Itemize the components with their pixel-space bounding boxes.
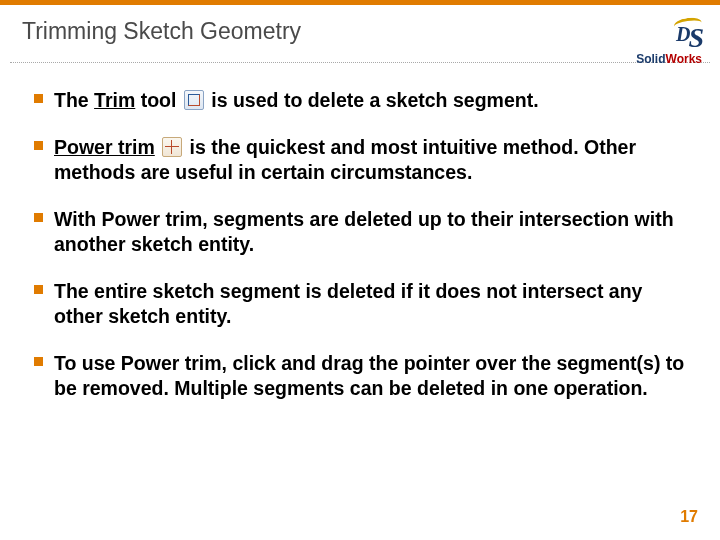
list-item: To use Power trim, click and drag the po… — [30, 351, 690, 401]
trim-term: Trim — [94, 89, 135, 111]
content-area: The Trim tool is used to delete a sketch… — [30, 88, 690, 423]
power-trim-term: Power trim — [54, 136, 155, 158]
ds-mark-icon: DS — [636, 24, 702, 52]
title-row: Trimming Sketch Geometry — [0, 18, 720, 45]
list-item: Power trim is the quickest and most intu… — [30, 135, 690, 185]
list-item: With Power trim, segments are deleted up… — [30, 207, 690, 257]
text: The — [54, 89, 94, 111]
list-item: The entire sketch segment is deleted if … — [30, 279, 690, 329]
bullet-list: The Trim tool is used to delete a sketch… — [30, 88, 690, 401]
slide-title: Trimming Sketch Geometry — [22, 18, 301, 44]
slide: Trimming Sketch Geometry DS SolidWorks T… — [0, 0, 720, 540]
list-item: The Trim tool is used to delete a sketch… — [30, 88, 690, 113]
text: is used to delete a sketch segment. — [206, 89, 539, 111]
logo-works: Works — [666, 52, 702, 66]
text: tool — [135, 89, 182, 111]
solidworks-logo: DS SolidWorks — [636, 24, 702, 66]
power-trim-icon — [162, 137, 182, 157]
text — [155, 136, 160, 158]
trim-tool-icon — [184, 90, 204, 110]
logo-solid: Solid — [636, 52, 665, 66]
accent-bar — [0, 0, 720, 5]
title-underline — [10, 62, 710, 63]
page-number: 17 — [680, 508, 698, 526]
